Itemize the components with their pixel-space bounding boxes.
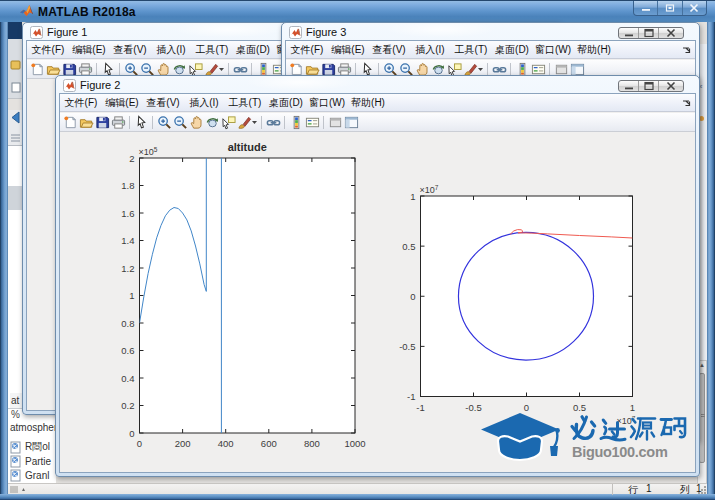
menu-item-3[interactable]: 插入(I) <box>186 96 222 110</box>
svg-text:1.4: 1.4 <box>121 235 134 246</box>
menu-item-5[interactable]: 桌面(D) <box>235 43 271 57</box>
menu-item-6[interactable]: 窗口(W) <box>309 96 345 110</box>
menu-item-4[interactable]: 工具(T) <box>194 43 230 57</box>
statusbar-divider <box>612 484 613 495</box>
open-file-icon[interactable] <box>79 115 94 130</box>
svg-text:1000: 1000 <box>344 438 365 449</box>
toolbar-separator <box>378 63 379 76</box>
main-minimize-button[interactable] <box>634 1 658 15</box>
svg-text:Biguo100.com: Biguo100.com <box>572 444 668 460</box>
save-figure-icon[interactable] <box>95 115 110 130</box>
menu-item-0[interactable]: 文件(F) <box>30 43 66 57</box>
menu-item-1[interactable]: 编辑(E) <box>104 96 140 110</box>
hide-plot-tools-icon[interactable] <box>328 115 343 130</box>
toolbar-separator <box>96 63 97 76</box>
svg-text:1.6: 1.6 <box>121 208 134 219</box>
toolbar-separator <box>129 116 130 129</box>
figure-close-button[interactable] <box>659 28 683 38</box>
figure-maximize-button[interactable] <box>639 28 659 38</box>
screen: at % atmosphere R閸olPartieGranl « ▲ ▼ <box>0 0 715 500</box>
menu-item-2[interactable]: 查看(V) <box>371 43 407 57</box>
file-list-item[interactable]: Granl <box>10 468 56 482</box>
figure-minimize-button[interactable] <box>619 81 639 91</box>
toolbar-separator <box>487 63 488 76</box>
zoom-in-icon[interactable] <box>157 115 172 130</box>
svg-text:0.5: 0.5 <box>402 241 415 252</box>
show-plot-tools-icon[interactable] <box>344 115 359 130</box>
figure-window-icon <box>63 79 76 92</box>
file-preview-comment: % <box>11 409 20 420</box>
menu-item-5[interactable]: 桌面(D) <box>268 96 304 110</box>
back-arrow-icon <box>8 110 22 145</box>
svg-text:0: 0 <box>129 428 134 439</box>
menu-item-4[interactable]: 工具(T) <box>453 43 489 57</box>
main-titlebar[interactable]: MATLAB R2018a <box>0 0 715 22</box>
file-list-item[interactable]: Partie <box>10 454 56 468</box>
main-close-button[interactable] <box>683 1 706 15</box>
menu-item-1[interactable]: 编辑(E) <box>330 43 366 57</box>
main-caption-buttons <box>633 1 707 16</box>
menu-item-0[interactable]: 文件(F) <box>63 96 99 110</box>
zoom-out-icon[interactable] <box>173 115 188 130</box>
figure-titlebar[interactable]: Figure 3 <box>284 24 697 41</box>
menu-item-0[interactable]: 文件(F) <box>289 43 325 57</box>
figure-titlebar[interactable]: Figure 2 <box>58 77 697 94</box>
svg-text:800: 800 <box>304 438 320 449</box>
watermark-logo: 必过源码 Biguo100.com Biguo100.com <box>478 410 693 465</box>
svg-text:400: 400 <box>218 438 234 449</box>
menubar-chevron-icon[interactable] <box>681 45 691 55</box>
menu-item-3[interactable]: 插入(I) <box>153 43 189 57</box>
menu-item-2[interactable]: 查看(V) <box>112 43 148 57</box>
toolbar-separator <box>510 63 511 76</box>
figure-menubar: 文件(F)编辑(E)查看(V)插入(I)工具(T)桌面(D)窗口(W)帮助(H) <box>60 94 695 112</box>
link-plots-icon[interactable] <box>266 115 281 130</box>
file-list-item[interactable]: R閸ol <box>10 440 56 454</box>
figure-minimize-button[interactable] <box>619 28 639 38</box>
file-name: Granl <box>25 470 49 481</box>
figure-caption-buttons <box>618 27 684 39</box>
svg-text:×107: ×107 <box>420 184 439 195</box>
toolbar-separator <box>261 116 262 129</box>
menu-item-3[interactable]: 插入(I) <box>412 43 448 57</box>
svg-text:-1: -1 <box>416 402 424 413</box>
svg-text:0.8: 0.8 <box>121 318 134 329</box>
menu-item-7[interactable]: 帮助(H) <box>350 96 386 110</box>
print-figure-icon[interactable] <box>111 115 126 130</box>
toolbar-separator <box>119 63 120 76</box>
pan-icon[interactable] <box>189 115 204 130</box>
menu-item-4[interactable]: 工具(T) <box>227 96 263 110</box>
menubar-chevron-icon[interactable] <box>681 98 691 108</box>
statusbar-grip-icon[interactable] <box>10 485 32 494</box>
data-cursor-icon[interactable] <box>221 115 236 130</box>
svg-text:0: 0 <box>410 291 415 302</box>
menu-item-5[interactable]: 桌面(D) <box>494 43 530 57</box>
insert-colorbar-icon[interactable] <box>289 115 304 130</box>
menu-item-2[interactable]: 查看(V) <box>145 96 181 110</box>
brush-dropdown-icon[interactable] <box>251 114 258 130</box>
menu-item-1[interactable]: 编辑(E) <box>71 43 107 57</box>
toolbar-separator <box>251 63 252 76</box>
svg-text:1: 1 <box>129 290 134 301</box>
svg-text:1: 1 <box>410 191 415 202</box>
menu-item-7[interactable]: 帮助(H) <box>576 43 612 57</box>
toolbar-separator <box>323 116 324 129</box>
selected-file-row[interactable] <box>8 186 22 210</box>
toolstrip-home-tab[interactable] <box>8 22 22 39</box>
new-figure-icon[interactable] <box>30 62 45 77</box>
menu-item-6[interactable]: 窗口(W) <box>535 43 571 57</box>
main-restore-button[interactable] <box>658 1 682 15</box>
rotate-3d-icon[interactable] <box>205 115 220 130</box>
insert-legend-icon[interactable] <box>305 115 320 130</box>
edit-plot-icon[interactable] <box>134 115 149 130</box>
line-label: 行 <box>628 483 638 497</box>
toolbar-separator <box>549 63 550 76</box>
figure-window-icon <box>289 26 302 39</box>
figure-close-button[interactable] <box>659 81 683 91</box>
figure-title: Figure 1 <box>47 26 87 38</box>
brush-icon[interactable] <box>237 115 252 130</box>
new-figure-icon[interactable] <box>63 115 78 130</box>
figure-window-icon <box>30 26 43 39</box>
resize-grip-icon[interactable] <box>698 486 706 494</box>
svg-text:0.4: 0.4 <box>121 373 134 384</box>
figure-maximize-button[interactable] <box>639 81 659 91</box>
